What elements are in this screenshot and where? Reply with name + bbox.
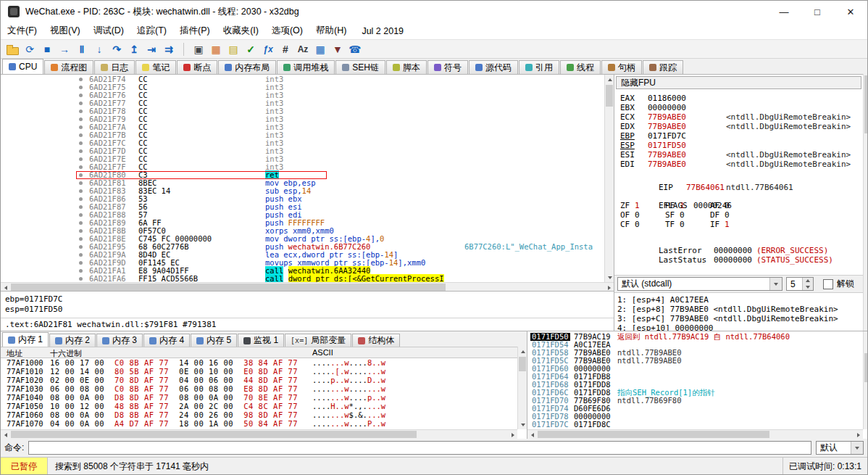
stack-vscrollbar[interactable] bbox=[863, 331, 868, 429]
view-tab-6[interactable]: 调用堆栈 bbox=[277, 60, 335, 74]
minimize-button[interactable]: — bbox=[767, 1, 801, 22]
command-combo[interactable]: 默认 bbox=[816, 441, 864, 455]
eflags-row[interactable]: EFLAGS00000246 bbox=[620, 191, 860, 201]
disasm-vscrollbar[interactable] bbox=[604, 75, 614, 282]
menu-item-5[interactable]: 收藏夹(I) bbox=[217, 22, 265, 39]
dump-row[interactable]: 77AF106008 00 0A 00D8 8B AF 7724 00 26 0… bbox=[1, 410, 517, 419]
settings-icon[interactable]: ▣ bbox=[191, 41, 206, 57]
breakpoint-dot[interactable] bbox=[79, 189, 83, 193]
view-tab-3[interactable]: 笔记 bbox=[135, 60, 176, 74]
breakpoint-dot[interactable] bbox=[79, 253, 83, 257]
scroll-up-button[interactable] bbox=[605, 75, 614, 84]
step-over-icon[interactable]: ↷ bbox=[109, 41, 125, 57]
breakpoint-dot[interactable] bbox=[79, 269, 83, 273]
dump-tab-3[interactable]: 内存 4 bbox=[143, 334, 190, 347]
stack-pane[interactable]: 0171FD5077B9AC19返回到 ntdll.77B9AC19 自 ntd… bbox=[527, 331, 868, 439]
memory-grid-icon[interactable]: ▦ bbox=[312, 41, 328, 57]
register-row[interactable]: ESI77B9ABE0<ntdll.DbgUiRemoteBreakin> bbox=[620, 150, 860, 160]
menu-item-1[interactable]: 视图(V) bbox=[43, 22, 87, 39]
memory-dump-pane[interactable]: 内存 1内存 2内存 3内存 4内存 5监视 1[x=]局部变量结构体 地址 十… bbox=[1, 331, 527, 439]
scrollbar-thumb[interactable] bbox=[864, 75, 868, 133]
view-tab-12[interactable]: 线程 bbox=[560, 60, 601, 74]
step-into-icon[interactable]: ↓ bbox=[91, 41, 107, 57]
disasm-hscrollbar[interactable] bbox=[1, 282, 614, 291]
patches-icon[interactable]: ✓ bbox=[243, 41, 259, 57]
dump-row[interactable]: 77AF104008 00 0A 00D8 8D AF 7708 00 0A 0… bbox=[1, 393, 517, 402]
pause-icon[interactable]: Ⅱ bbox=[74, 41, 90, 57]
font-icon[interactable]: Az bbox=[295, 41, 311, 57]
dump-tab-4[interactable]: 内存 5 bbox=[191, 334, 237, 347]
menu-item-0[interactable]: 文件(F) bbox=[1, 22, 43, 39]
breakpoint-dot[interactable] bbox=[79, 78, 83, 81]
breakpoint-dot[interactable] bbox=[79, 86, 83, 89]
close-button[interactable]: ✕ bbox=[834, 1, 867, 22]
register-row[interactable]: EAX01186000 bbox=[620, 94, 860, 103]
dump-row[interactable]: 77AF100016 00 17 00C0 8B AF 7714 00 16 0… bbox=[1, 358, 517, 367]
breakpoint-dot[interactable] bbox=[79, 213, 83, 217]
theme-shirt-icon[interactable]: ▼ bbox=[330, 41, 346, 57]
arg-count-spinner[interactable]: 5 bbox=[786, 277, 814, 291]
dump-row[interactable]: 77AF101012 00 14 0080 5B AF 770E 00 10 0… bbox=[1, 367, 517, 376]
breakpoint-dot[interactable] bbox=[79, 141, 83, 145]
register-value[interactable]: 77B9ABE0 bbox=[648, 122, 698, 131]
menu-item-6[interactable]: 选项(O) bbox=[265, 22, 309, 39]
stack-row[interactable]: 0171FD7C0171FD8C bbox=[527, 421, 863, 429]
menu-item-2[interactable]: 调试(D) bbox=[87, 22, 130, 39]
register-value[interactable]: 77B9ABE0 bbox=[648, 150, 698, 160]
dump-tab-7[interactable]: 结构体 bbox=[352, 334, 400, 347]
breakpoint-dot[interactable] bbox=[79, 125, 83, 129]
flag-cf[interactable]: CF 0 bbox=[620, 220, 665, 229]
spinner-buttons[interactable] bbox=[802, 278, 813, 290]
scroll-up-button[interactable] bbox=[518, 347, 527, 356]
animate-into-icon[interactable]: ⇉ bbox=[161, 41, 177, 57]
unlock-checkbox[interactable] bbox=[823, 279, 833, 289]
dump-tab-5[interactable]: 监视 1 bbox=[238, 334, 284, 347]
open-file-icon[interactable] bbox=[4, 41, 20, 57]
dump-row[interactable]: 77AF105010 00 12 0048 8B AF 772A 00 2C 0… bbox=[1, 402, 517, 410]
hash-icon[interactable]: # bbox=[277, 41, 293, 57]
menu-item-8[interactable]: Jul 2 2019 bbox=[353, 24, 410, 38]
scroll-down-button[interactable] bbox=[605, 273, 614, 282]
scroll-down-button[interactable] bbox=[518, 420, 527, 429]
register-value[interactable]: 0171FD50 bbox=[648, 141, 698, 150]
view-tab-0[interactable]: CPU bbox=[2, 59, 43, 74]
breakpoint-dot[interactable] bbox=[79, 173, 83, 177]
maximize-button[interactable]: □ bbox=[801, 1, 834, 22]
view-tab-10[interactable]: 源代码 bbox=[469, 60, 518, 74]
scrollbar-thumb[interactable] bbox=[864, 353, 868, 382]
menu-item-3[interactable]: 追踪(T) bbox=[130, 22, 173, 39]
dump-tab-2[interactable]: 内存 3 bbox=[96, 334, 143, 347]
register-value[interactable]: 0171FD7C bbox=[648, 131, 698, 141]
close-debuggee-icon[interactable]: ■ bbox=[39, 41, 55, 57]
dump-hscrollbar[interactable] bbox=[1, 429, 517, 439]
scroll-right-button[interactable] bbox=[508, 430, 517, 439]
dump-row[interactable]: 77AF102002 00 0E 0070 8D AF 7704 00 06 0… bbox=[1, 376, 517, 384]
scroll-left-button[interactable] bbox=[1, 430, 10, 439]
last-status-row[interactable]: LastStatus00000000(STATUS_SUCCESS) bbox=[620, 246, 860, 255]
breakpoint-dot[interactable] bbox=[79, 221, 83, 225]
command-input[interactable] bbox=[28, 441, 811, 455]
scrollbar-thumb[interactable] bbox=[538, 431, 769, 438]
view-tab-11[interactable]: 引用 bbox=[519, 60, 559, 74]
register-row[interactable]: EDI77B9ABE0<ntdll.DbgUiRemoteBreakin> bbox=[620, 160, 860, 169]
view-tab-8[interactable]: 脚本 bbox=[386, 60, 427, 74]
argument-row-3[interactable]: 3: [esp+C] 77B9ABE0 <ntdll.DbgUiRemoteBr… bbox=[617, 314, 860, 323]
breakpoint-dot[interactable] bbox=[79, 149, 83, 153]
register-value[interactable]: 77B9ABE0 bbox=[648, 160, 698, 169]
breakpoint-dot[interactable] bbox=[79, 197, 83, 201]
calculator-fx-icon[interactable]: ƒx bbox=[260, 41, 276, 57]
register-value[interactable]: 01186000 bbox=[648, 94, 698, 103]
view-tab-9[interactable]: 符号 bbox=[427, 60, 468, 74]
breakpoint-dot[interactable] bbox=[79, 102, 83, 105]
stack-hscrollbar[interactable] bbox=[527, 429, 863, 439]
breakpoint-dot[interactable] bbox=[79, 261, 83, 265]
breakpoint-dot[interactable] bbox=[79, 110, 83, 113]
argument-row-2[interactable]: 2: [esp+8] 77B9ABE0 <ntdll.DbgUiRemoteBr… bbox=[617, 305, 860, 314]
breakpoint-dot[interactable] bbox=[79, 157, 83, 161]
restart-icon[interactable]: ⟳ bbox=[22, 41, 38, 57]
view-tab-13[interactable]: 句柄 bbox=[601, 60, 642, 74]
register-row[interactable]: ESP0171FD50 bbox=[620, 141, 860, 150]
dump-row[interactable]: 77AF107004 00 0A 00A4 D7 AF 7718 00 1A 0… bbox=[1, 419, 517, 428]
chevron-down-icon[interactable] bbox=[851, 442, 863, 454]
argument-row-1[interactable]: 1: [esp+4] A0C17EEA bbox=[617, 295, 860, 305]
